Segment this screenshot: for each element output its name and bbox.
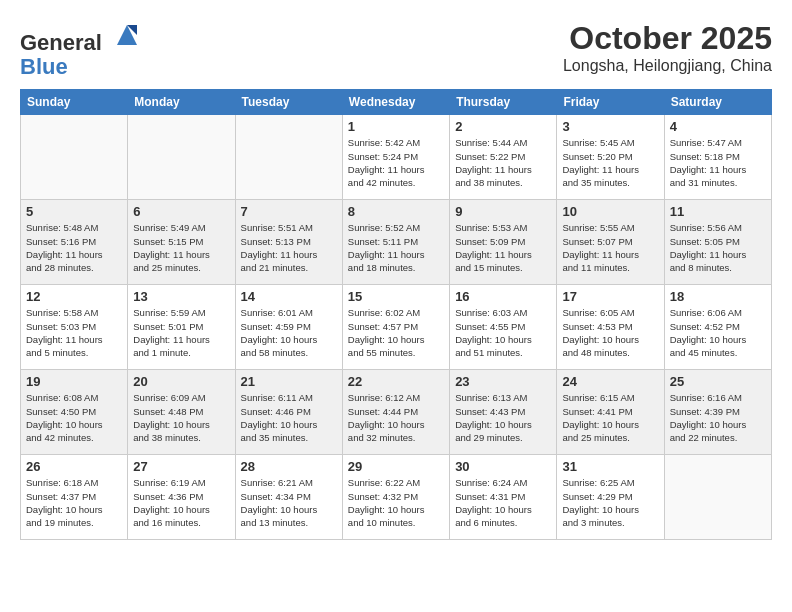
day-number: 31 xyxy=(562,459,658,474)
day-info: Sunrise: 6:11 AMSunset: 4:46 PMDaylight:… xyxy=(241,391,337,444)
day-cell-2: 2Sunrise: 5:44 AMSunset: 5:22 PMDaylight… xyxy=(450,115,557,200)
day-cell-16: 16Sunrise: 6:03 AMSunset: 4:55 PMDayligh… xyxy=(450,285,557,370)
day-info: Sunrise: 6:13 AMSunset: 4:43 PMDaylight:… xyxy=(455,391,551,444)
day-number: 9 xyxy=(455,204,551,219)
logo-blue-text: Blue xyxy=(20,54,68,79)
day-number: 27 xyxy=(133,459,229,474)
day-info: Sunrise: 6:09 AMSunset: 4:48 PMDaylight:… xyxy=(133,391,229,444)
day-number: 16 xyxy=(455,289,551,304)
header-thursday: Thursday xyxy=(450,90,557,115)
header-monday: Monday xyxy=(128,90,235,115)
day-number: 22 xyxy=(348,374,444,389)
header-friday: Friday xyxy=(557,90,664,115)
month-title: October 2025 xyxy=(563,20,772,57)
day-cell-3: 3Sunrise: 5:45 AMSunset: 5:20 PMDaylight… xyxy=(557,115,664,200)
day-info: Sunrise: 5:55 AMSunset: 5:07 PMDaylight:… xyxy=(562,221,658,274)
day-number: 6 xyxy=(133,204,229,219)
day-cell-9: 9Sunrise: 5:53 AMSunset: 5:09 PMDaylight… xyxy=(450,200,557,285)
day-cell-31: 31Sunrise: 6:25 AMSunset: 4:29 PMDayligh… xyxy=(557,455,664,540)
day-number: 24 xyxy=(562,374,658,389)
day-info: Sunrise: 5:49 AMSunset: 5:15 PMDaylight:… xyxy=(133,221,229,274)
day-cell-7: 7Sunrise: 5:51 AMSunset: 5:13 PMDaylight… xyxy=(235,200,342,285)
day-number: 5 xyxy=(26,204,122,219)
day-cell-21: 21Sunrise: 6:11 AMSunset: 4:46 PMDayligh… xyxy=(235,370,342,455)
day-cell-10: 10Sunrise: 5:55 AMSunset: 5:07 PMDayligh… xyxy=(557,200,664,285)
day-info: Sunrise: 5:48 AMSunset: 5:16 PMDaylight:… xyxy=(26,221,122,274)
day-info: Sunrise: 6:24 AMSunset: 4:31 PMDaylight:… xyxy=(455,476,551,529)
day-number: 30 xyxy=(455,459,551,474)
day-cell-14: 14Sunrise: 6:01 AMSunset: 4:59 PMDayligh… xyxy=(235,285,342,370)
day-cell-19: 19Sunrise: 6:08 AMSunset: 4:50 PMDayligh… xyxy=(21,370,128,455)
day-info: Sunrise: 6:16 AMSunset: 4:39 PMDaylight:… xyxy=(670,391,766,444)
day-info: Sunrise: 6:02 AMSunset: 4:57 PMDaylight:… xyxy=(348,306,444,359)
empty-cell xyxy=(664,455,771,540)
day-number: 4 xyxy=(670,119,766,134)
day-info: Sunrise: 5:47 AMSunset: 5:18 PMDaylight:… xyxy=(670,136,766,189)
day-number: 21 xyxy=(241,374,337,389)
day-cell-6: 6Sunrise: 5:49 AMSunset: 5:15 PMDaylight… xyxy=(128,200,235,285)
header-saturday: Saturday xyxy=(664,90,771,115)
day-number: 1 xyxy=(348,119,444,134)
day-cell-26: 26Sunrise: 6:18 AMSunset: 4:37 PMDayligh… xyxy=(21,455,128,540)
day-cell-13: 13Sunrise: 5:59 AMSunset: 5:01 PMDayligh… xyxy=(128,285,235,370)
day-cell-18: 18Sunrise: 6:06 AMSunset: 4:52 PMDayligh… xyxy=(664,285,771,370)
day-info: Sunrise: 6:21 AMSunset: 4:34 PMDaylight:… xyxy=(241,476,337,529)
day-number: 26 xyxy=(26,459,122,474)
day-cell-5: 5Sunrise: 5:48 AMSunset: 5:16 PMDaylight… xyxy=(21,200,128,285)
day-cell-1: 1Sunrise: 5:42 AMSunset: 5:24 PMDaylight… xyxy=(342,115,449,200)
day-cell-15: 15Sunrise: 6:02 AMSunset: 4:57 PMDayligh… xyxy=(342,285,449,370)
day-info: Sunrise: 5:42 AMSunset: 5:24 PMDaylight:… xyxy=(348,136,444,189)
calendar-header-row: SundayMondayTuesdayWednesdayThursdayFrid… xyxy=(21,90,772,115)
day-cell-28: 28Sunrise: 6:21 AMSunset: 4:34 PMDayligh… xyxy=(235,455,342,540)
day-number: 2 xyxy=(455,119,551,134)
empty-cell xyxy=(235,115,342,200)
day-info: Sunrise: 6:25 AMSunset: 4:29 PMDaylight:… xyxy=(562,476,658,529)
day-info: Sunrise: 6:12 AMSunset: 4:44 PMDaylight:… xyxy=(348,391,444,444)
day-cell-22: 22Sunrise: 6:12 AMSunset: 4:44 PMDayligh… xyxy=(342,370,449,455)
day-info: Sunrise: 5:44 AMSunset: 5:22 PMDaylight:… xyxy=(455,136,551,189)
day-info: Sunrise: 6:22 AMSunset: 4:32 PMDaylight:… xyxy=(348,476,444,529)
day-number: 3 xyxy=(562,119,658,134)
week-row-4: 26Sunrise: 6:18 AMSunset: 4:37 PMDayligh… xyxy=(21,455,772,540)
day-cell-11: 11Sunrise: 5:56 AMSunset: 5:05 PMDayligh… xyxy=(664,200,771,285)
day-number: 15 xyxy=(348,289,444,304)
day-info: Sunrise: 6:18 AMSunset: 4:37 PMDaylight:… xyxy=(26,476,122,529)
day-cell-25: 25Sunrise: 6:16 AMSunset: 4:39 PMDayligh… xyxy=(664,370,771,455)
day-cell-20: 20Sunrise: 6:09 AMSunset: 4:48 PMDayligh… xyxy=(128,370,235,455)
logo: General Blue xyxy=(20,20,142,79)
empty-cell xyxy=(128,115,235,200)
day-info: Sunrise: 5:45 AMSunset: 5:20 PMDaylight:… xyxy=(562,136,658,189)
day-cell-30: 30Sunrise: 6:24 AMSunset: 4:31 PMDayligh… xyxy=(450,455,557,540)
day-info: Sunrise: 6:03 AMSunset: 4:55 PMDaylight:… xyxy=(455,306,551,359)
header-sunday: Sunday xyxy=(21,90,128,115)
day-info: Sunrise: 6:15 AMSunset: 4:41 PMDaylight:… xyxy=(562,391,658,444)
day-cell-12: 12Sunrise: 5:58 AMSunset: 5:03 PMDayligh… xyxy=(21,285,128,370)
day-number: 10 xyxy=(562,204,658,219)
day-cell-27: 27Sunrise: 6:19 AMSunset: 4:36 PMDayligh… xyxy=(128,455,235,540)
day-number: 7 xyxy=(241,204,337,219)
day-info: Sunrise: 6:19 AMSunset: 4:36 PMDaylight:… xyxy=(133,476,229,529)
day-cell-24: 24Sunrise: 6:15 AMSunset: 4:41 PMDayligh… xyxy=(557,370,664,455)
header-tuesday: Tuesday xyxy=(235,90,342,115)
logo-general-text: General xyxy=(20,30,102,55)
day-cell-17: 17Sunrise: 6:05 AMSunset: 4:53 PMDayligh… xyxy=(557,285,664,370)
day-info: Sunrise: 6:01 AMSunset: 4:59 PMDaylight:… xyxy=(241,306,337,359)
header-wednesday: Wednesday xyxy=(342,90,449,115)
day-cell-29: 29Sunrise: 6:22 AMSunset: 4:32 PMDayligh… xyxy=(342,455,449,540)
week-row-0: 1Sunrise: 5:42 AMSunset: 5:24 PMDaylight… xyxy=(21,115,772,200)
calendar-table: SundayMondayTuesdayWednesdayThursdayFrid… xyxy=(20,89,772,540)
day-number: 8 xyxy=(348,204,444,219)
day-number: 11 xyxy=(670,204,766,219)
week-row-2: 12Sunrise: 5:58 AMSunset: 5:03 PMDayligh… xyxy=(21,285,772,370)
day-info: Sunrise: 5:52 AMSunset: 5:11 PMDaylight:… xyxy=(348,221,444,274)
day-info: Sunrise: 5:59 AMSunset: 5:01 PMDaylight:… xyxy=(133,306,229,359)
day-number: 20 xyxy=(133,374,229,389)
day-info: Sunrise: 5:58 AMSunset: 5:03 PMDaylight:… xyxy=(26,306,122,359)
day-number: 28 xyxy=(241,459,337,474)
title-block: October 2025 Longsha, Heilongjiang, Chin… xyxy=(563,20,772,75)
calendar-body: 1Sunrise: 5:42 AMSunset: 5:24 PMDaylight… xyxy=(21,115,772,540)
day-number: 12 xyxy=(26,289,122,304)
day-number: 13 xyxy=(133,289,229,304)
week-row-1: 5Sunrise: 5:48 AMSunset: 5:16 PMDaylight… xyxy=(21,200,772,285)
day-info: Sunrise: 6:05 AMSunset: 4:53 PMDaylight:… xyxy=(562,306,658,359)
